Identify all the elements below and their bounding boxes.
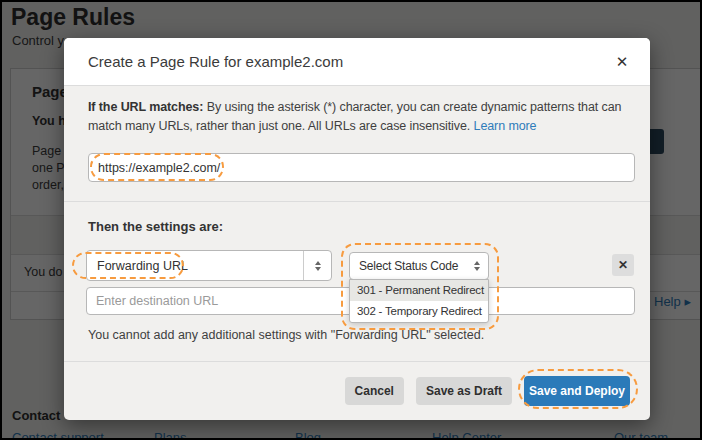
modal-title: Create a Page Rule for example2.com (88, 38, 343, 86)
status-code-placeholder: Select Status Code (359, 259, 458, 273)
modal-footer: Cancel Save as Draft Save and Deploy (64, 362, 650, 420)
forwarding-url-note: You cannot add any additional settings w… (88, 328, 484, 342)
close-icon: ✕ (616, 53, 629, 70)
url-match-label: If the URL matches: (88, 100, 203, 114)
url-match-text-line2: match many URLs, rather than just one. A… (88, 119, 470, 133)
settings-heading: Then the settings are: (88, 219, 223, 234)
modal-header: Create a Page Rule for example2.com ✕ (64, 38, 650, 86)
setting-type-select[interactable]: Forwarding URL (86, 250, 332, 281)
select-stepper-icon (466, 253, 488, 279)
status-option-302[interactable]: 302 - Temporary Redirect (350, 301, 488, 322)
save-and-deploy-button[interactable]: Save and Deploy (524, 376, 630, 406)
select-stepper-icon (303, 251, 331, 280)
remove-icon: ✕ (618, 258, 628, 272)
status-option-301[interactable]: 301 - Permanent Redirect (350, 280, 488, 301)
setting-type-value: Forwarding URL (87, 259, 303, 273)
url-pattern-input[interactable] (88, 153, 635, 182)
screenshot-frame: Page Rules Control y Page You ha Page R … (0, 0, 702, 440)
remove-setting-button[interactable]: ✕ (612, 254, 634, 276)
create-page-rule-modal: Create a Page Rule for example2.com ✕ If… (64, 38, 650, 420)
save-as-draft-button[interactable]: Save as Draft (416, 377, 512, 405)
status-code-dropdown: 301 - Permanent Redirect 302 - Temporary… (349, 279, 489, 323)
url-match-description: If the URL matches: By using the asteris… (88, 98, 654, 136)
url-match-text-line1: By using the asterisk (*) character, you… (207, 100, 622, 114)
divider (64, 201, 650, 202)
status-code-select[interactable]: Select Status Code (349, 252, 489, 280)
close-button[interactable]: ✕ (612, 52, 632, 72)
cancel-button[interactable]: Cancel (345, 377, 404, 405)
learn-more-link[interactable]: Learn more (474, 119, 537, 133)
